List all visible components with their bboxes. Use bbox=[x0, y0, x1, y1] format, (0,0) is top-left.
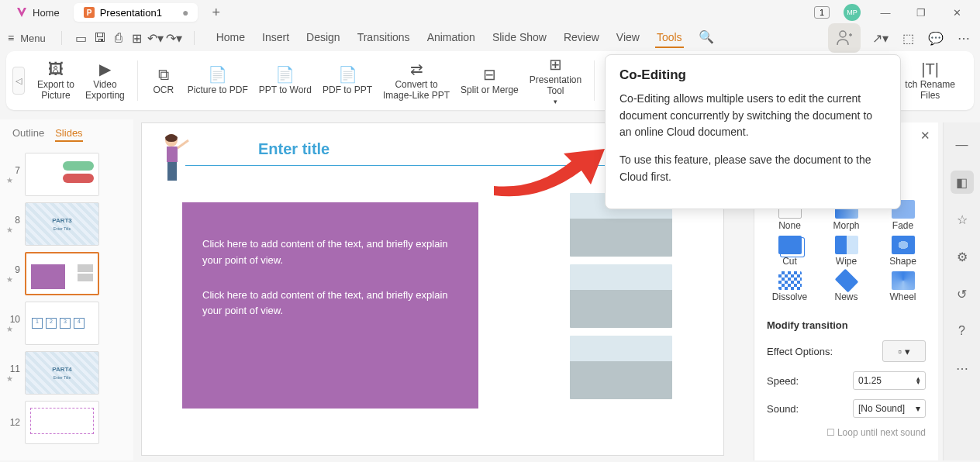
slide-panel: Outline Slides 7★ 8★ PART3Enter Title 9★… bbox=[0, 119, 133, 460]
tab-close-icon[interactable]: ● bbox=[182, 6, 188, 19]
tab-review[interactable]: Review bbox=[562, 28, 601, 48]
tab-transitions[interactable]: Transitions bbox=[356, 28, 412, 48]
split-merge-button[interactable]: ⊟Split or Merge bbox=[456, 63, 523, 98]
tab-slideshow[interactable]: Slide Show bbox=[491, 28, 548, 48]
tooltip-para-1: Co-Editing allows multiple users to edit… bbox=[619, 91, 886, 141]
transition-cut[interactable]: Cut bbox=[765, 236, 814, 267]
convert-icon: ⇄ bbox=[410, 60, 423, 78]
tab-tools[interactable]: Tools bbox=[655, 28, 684, 48]
svg-rect-5 bbox=[167, 162, 177, 181]
content-text-2: Click here to add content of the text, a… bbox=[202, 288, 458, 320]
content-text-1: Click here to add content of the text, a… bbox=[202, 236, 458, 269]
rail-more-icon[interactable]: ⋯ bbox=[951, 357, 974, 380]
sound-dropdown[interactable]: [No Sound]▾ bbox=[853, 399, 926, 418]
picture-to-pdf-button[interactable]: 📄Picture to PDF bbox=[183, 63, 253, 98]
svg-rect-4 bbox=[167, 147, 178, 162]
redo-icon[interactable]: ↷▾ bbox=[166, 29, 183, 47]
speed-input[interactable]: 01.25▴▾ bbox=[853, 371, 926, 390]
search-icon[interactable]: 🔍 bbox=[698, 28, 715, 45]
effect-options-dropdown[interactable]: ▫ ▾ bbox=[882, 340, 926, 362]
new-tab-button[interactable]: + bbox=[207, 3, 225, 22]
open-icon[interactable]: ▭ bbox=[73, 29, 90, 47]
rail-collapse[interactable]: — bbox=[951, 133, 974, 157]
transition-shape[interactable]: Shape bbox=[878, 236, 927, 267]
home-tab[interactable]: Home bbox=[6, 3, 69, 22]
svg-point-2 bbox=[840, 31, 846, 37]
ppt-to-word-button[interactable]: 📄PPT to Word bbox=[254, 63, 316, 98]
ppt-word-icon: 📄 bbox=[275, 66, 295, 83]
slide-image-3[interactable] bbox=[570, 336, 672, 399]
user-avatar[interactable]: MP bbox=[844, 4, 861, 21]
menu-tabs: Home Insert Design Transitions Animation… bbox=[215, 28, 715, 48]
tab-animation[interactable]: Animation bbox=[426, 28, 477, 48]
pdf-to-ppt-button[interactable]: 📄PDF to PPT bbox=[318, 63, 377, 98]
batch-rename-button[interactable]: |T|tch Rename Files bbox=[900, 57, 960, 104]
svg-text:P: P bbox=[86, 9, 91, 17]
rail-transitions-icon[interactable]: ◧ bbox=[951, 171, 974, 194]
sound-label: Sound: bbox=[767, 403, 799, 415]
content-box[interactable]: Click here to add content of the text, a… bbox=[182, 202, 478, 409]
save-cloud-icon[interactable]: ⬚ bbox=[899, 29, 916, 47]
tab-view[interactable]: View bbox=[615, 28, 641, 48]
rail-star-icon[interactable]: ☆ bbox=[951, 208, 974, 231]
slide-thumb-12[interactable]: 12 bbox=[0, 398, 133, 447]
undo-icon[interactable]: ↶▾ bbox=[147, 29, 164, 47]
teacher-illustration bbox=[157, 131, 192, 184]
maximize-button[interactable]: ❐ bbox=[910, 2, 932, 23]
tab-insert[interactable]: Insert bbox=[261, 28, 291, 48]
coediting-tooltip: Co-Editing Co-Editing allows multiple us… bbox=[605, 54, 901, 209]
video-exporting-button[interactable]: ▶Video Exporting bbox=[81, 57, 129, 104]
transition-dissolve[interactable]: Dissolve bbox=[765, 271, 814, 302]
coediting-button[interactable] bbox=[828, 23, 861, 53]
outline-tab[interactable]: Outline bbox=[12, 127, 44, 142]
slide-thumb-8[interactable]: 8★ PART3Enter Title bbox=[0, 199, 133, 249]
slide-thumb-11[interactable]: 11★ PART4Enter Title bbox=[0, 348, 133, 398]
speed-label: Speed: bbox=[767, 375, 799, 387]
rail-help-icon[interactable]: ? bbox=[951, 319, 974, 343]
transition-wheel[interactable]: Wheel bbox=[878, 271, 927, 302]
tooltip-title: Co-Editing bbox=[619, 67, 886, 83]
slide-thumb-9[interactable]: 9★ bbox=[0, 249, 133, 298]
counter-badge[interactable]: 1 bbox=[814, 6, 830, 19]
save-icon[interactable]: 🖫 bbox=[91, 29, 109, 47]
hamburger-icon[interactable]: ≡ bbox=[8, 32, 14, 44]
coediting-icon bbox=[834, 28, 854, 48]
ribbon-scroll-left[interactable]: ◁ bbox=[12, 67, 25, 95]
tab-home[interactable]: Home bbox=[215, 28, 247, 48]
share-icon[interactable]: ↗▾ bbox=[871, 29, 889, 47]
transition-wipe[interactable]: Wipe bbox=[822, 236, 871, 267]
batch-rename-icon: |T| bbox=[921, 60, 939, 78]
modify-transition-label: Modify transition bbox=[754, 315, 938, 336]
more-icon[interactable]: ⋯ bbox=[955, 29, 972, 47]
document-tab[interactable]: P Presentation1 ● bbox=[74, 3, 198, 22]
slide-thumb-7[interactable]: 7★ bbox=[0, 150, 133, 199]
preview-icon[interactable]: ⊞ bbox=[129, 29, 146, 47]
ocr-button[interactable]: ⧉OCR bbox=[146, 63, 181, 98]
rail-history-icon[interactable]: ↺ bbox=[951, 282, 974, 305]
export-to-picture-button[interactable]: 🖼Export to Picture bbox=[33, 57, 79, 104]
loop-checkbox-label[interactable]: ☐ Loop until next sound bbox=[826, 427, 926, 438]
document-name: Presentation1 bbox=[100, 7, 162, 19]
red-arrow-annotation bbox=[490, 147, 606, 197]
menu-button[interactable]: Menu bbox=[20, 33, 46, 44]
print-icon[interactable]: ⎙ bbox=[110, 29, 127, 47]
close-button[interactable]: ✕ bbox=[946, 2, 968, 23]
tab-design[interactable]: Design bbox=[305, 28, 342, 48]
minimize-button[interactable]: — bbox=[875, 2, 896, 23]
slides-tab[interactable]: Slides bbox=[55, 127, 82, 142]
presentation-tool-button[interactable]: ⊞Presentation Tool▾ bbox=[525, 53, 586, 109]
transition-news[interactable]: News bbox=[822, 271, 871, 302]
presentation-tool-icon: ⊞ bbox=[549, 56, 562, 73]
titlebar: Home P Presentation1 ● + 1 MP — ❐ ✕ bbox=[0, 0, 980, 25]
video-export-icon: ▶ bbox=[99, 60, 111, 78]
pdf-ppt-icon: 📄 bbox=[338, 66, 357, 83]
rail-settings-icon[interactable]: ⚙ bbox=[951, 245, 974, 268]
convert-imagelike-button[interactable]: ⇄Convert to Image-Like PPT bbox=[378, 57, 454, 104]
panel-close-button[interactable]: ✕ bbox=[920, 129, 930, 143]
comment-icon[interactable]: 💬 bbox=[927, 29, 944, 47]
slide-thumb-10[interactable]: 10★ 1234 bbox=[0, 298, 133, 348]
quick-access: ▭ 🖫 ⎙ ⊞ ↶▾ ↷▾ bbox=[73, 29, 183, 47]
image-column bbox=[570, 193, 672, 399]
menubar: ≡ Menu ▭ 🖫 ⎙ ⊞ ↶▾ ↷▾ Home Insert Design … bbox=[0, 25, 980, 51]
slide-image-2[interactable] bbox=[570, 264, 672, 328]
